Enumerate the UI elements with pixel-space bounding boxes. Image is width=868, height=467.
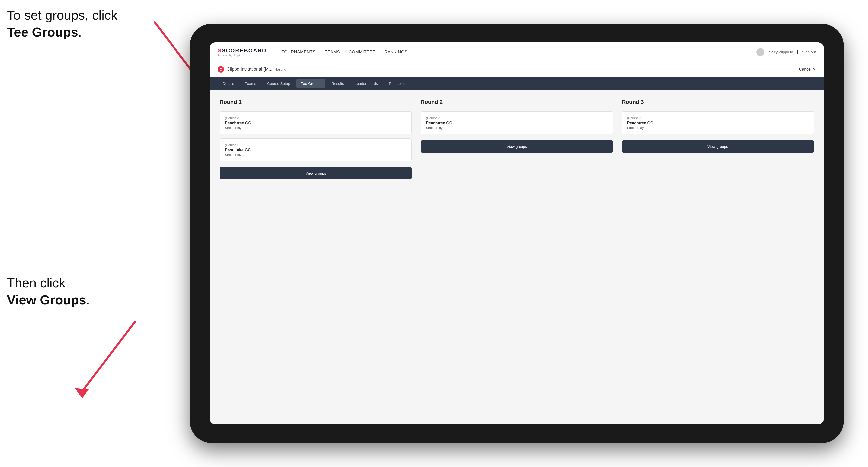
- logo-scoreboard: SSCOREBOARD: [218, 48, 267, 54]
- nav-links: TOURNAMENTS TEAMS COMMITTEE RANKINGS: [282, 50, 747, 55]
- nav-separator: |: [797, 50, 798, 54]
- round-2-course-a-label: (Course A): [426, 116, 608, 120]
- round-1-course-a-name: Peachtree GC: [225, 121, 406, 125]
- logo-area: SSCOREBOARD Powered by clippit: [218, 48, 267, 57]
- instruction-bottom-period: .: [86, 292, 90, 307]
- tab-details[interactable]: Details: [218, 80, 239, 88]
- cancel-button[interactable]: Cancel ✕: [799, 67, 816, 72]
- round-3-column: Round 3 (Course A) Peachtree GC Stroke P…: [622, 99, 814, 180]
- svg-line-2: [80, 322, 135, 394]
- round-1-course-b-name: East Lake GC: [225, 148, 406, 152]
- round-3-course-a-card: (Course A) Peachtree GC Stroke Play: [622, 111, 814, 134]
- user-email: blair@clippd.io: [768, 50, 793, 54]
- logo-powered: Powered by clippit: [218, 54, 267, 57]
- round-1-course-a-card: (Course A) Peachtree GC Stroke Play: [220, 111, 412, 134]
- sub-header-logo: C: [218, 66, 224, 73]
- nav-rankings[interactable]: RANKINGS: [384, 50, 408, 55]
- tab-results[interactable]: Results: [326, 80, 349, 88]
- round-1-course-a-label: (Course A): [225, 116, 406, 120]
- round-3-view-groups-button[interactable]: View groups: [622, 140, 814, 153]
- sub-header-title: Clippd Invitational (M...: [227, 67, 272, 72]
- user-avatar: [756, 48, 765, 56]
- round-2-course-a-name: Peachtree GC: [426, 121, 608, 125]
- round-3-course-a-format: Stroke Play: [627, 126, 809, 129]
- svg-marker-3: [75, 388, 89, 398]
- tablet-frame: SSCOREBOARD Powered by clippit TOURNAMEN…: [190, 24, 844, 443]
- tab-teams[interactable]: Teams: [240, 80, 261, 88]
- tab-leaderboards[interactable]: Leaderboards: [350, 80, 383, 88]
- logo-text: SCOREBOARD: [222, 48, 267, 54]
- logo-sub: Powered by clippit: [218, 54, 240, 57]
- round-2-course-a-format: Stroke Play: [426, 126, 608, 129]
- round-1-column: Round 1 (Course A) Peachtree GC Stroke P…: [220, 99, 412, 180]
- round-1-title: Round 1: [220, 99, 412, 105]
- round-1-course-b-card: (Course B) East Lake GC Stroke Play: [220, 138, 412, 161]
- nav-tournaments[interactable]: TOURNAMENTS: [282, 50, 315, 55]
- top-nav: SSCOREBOARD Powered by clippit TOURNAMEN…: [210, 42, 824, 62]
- hosting-badge: Hosting: [274, 67, 286, 71]
- round-2-column: Round 2 (Course A) Peachtree GC Stroke P…: [421, 99, 613, 180]
- round-3-course-a-name: Peachtree GC: [627, 121, 809, 125]
- tablet-screen: SSCOREBOARD Powered by clippit TOURNAMEN…: [210, 42, 824, 424]
- sub-header: C Clippd Invitational (M... Hosting Canc…: [210, 62, 824, 77]
- instruction-top-line2: Tee Groups: [7, 25, 78, 39]
- round-2-course-a-card: (Course A) Peachtree GC Stroke Play: [421, 111, 613, 134]
- round-1-course-b-format: Stroke Play: [225, 153, 406, 156]
- round-1-course-a-format: Stroke Play: [225, 126, 406, 129]
- nav-teams[interactable]: TEAMS: [324, 50, 340, 55]
- round-1-view-groups-button[interactable]: View groups: [220, 167, 412, 180]
- tab-course-setup[interactable]: Course Setup: [262, 80, 295, 88]
- round-3-course-a-label: (Course A): [627, 116, 809, 120]
- round-2-view-groups-button[interactable]: View groups: [421, 140, 613, 153]
- round-3-title: Round 3: [622, 99, 814, 105]
- rounds-grid: Round 1 (Course A) Peachtree GC Stroke P…: [220, 99, 814, 180]
- round-2-title: Round 2: [421, 99, 613, 105]
- arrow-to-view-groups: [40, 314, 165, 404]
- instruction-bottom: Then click View Groups.: [7, 275, 90, 308]
- round-1-course-b-label: (Course B): [225, 143, 406, 147]
- tab-bar: Details Teams Course Setup Tee Groups Re…: [210, 77, 824, 90]
- sign-out-link[interactable]: Sign out: [802, 50, 816, 54]
- nav-right: blair@clippd.io | Sign out: [756, 48, 816, 56]
- instruction-bottom-line1: Then click: [7, 276, 65, 290]
- main-content: Round 1 (Course A) Peachtree GC Stroke P…: [210, 90, 824, 424]
- tab-printables[interactable]: Printables: [384, 80, 411, 88]
- tab-tee-groups[interactable]: Tee Groups: [296, 80, 326, 88]
- instruction-bottom-line2: View Groups: [7, 292, 86, 307]
- nav-committee[interactable]: COMMITTEE: [349, 50, 375, 55]
